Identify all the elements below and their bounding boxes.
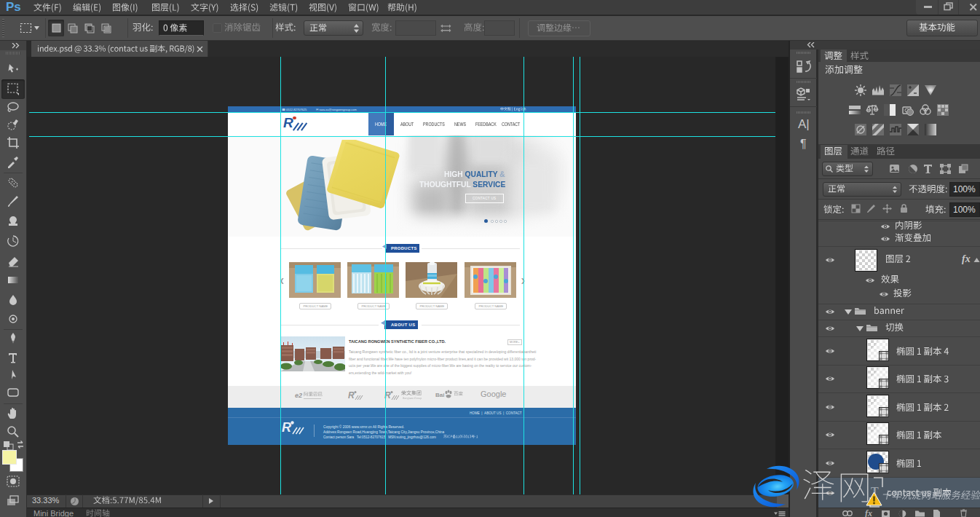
svg-text:R: R <box>282 420 291 435</box>
svg-text:R: R <box>348 390 355 400</box>
